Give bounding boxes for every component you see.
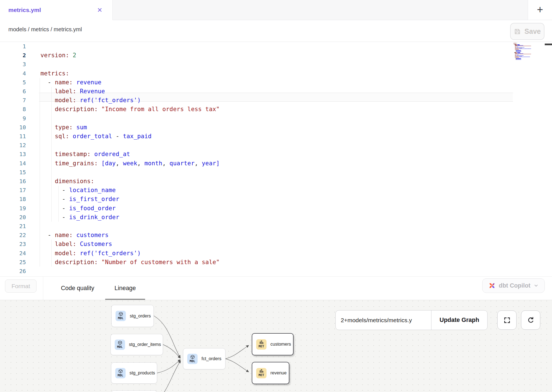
line-number: 10 — [0, 123, 26, 132]
code-text: timestamp: ordered_at — [40, 150, 130, 159]
node-label: customers — [270, 342, 291, 347]
code-row: 3 — [0, 60, 552, 69]
refresh-button[interactable] — [521, 310, 540, 330]
edge-path — [225, 345, 249, 359]
line-number: 25 — [0, 258, 26, 267]
badge-label: MDL — [190, 359, 195, 363]
lineage-selector-input[interactable]: 2+models/metrics/metrics.y — [336, 310, 431, 330]
line-number: 9 — [0, 114, 26, 123]
model-badge: MDL — [116, 311, 126, 321]
lineage-node-stg_order_items[interactable]: MDLstg_order_items — [111, 334, 163, 355]
copilot-label: dbt Copilot — [499, 282, 530, 289]
code-text: - is_drink_order — [40, 213, 119, 222]
code-row: 11 sql: order_total - tax_paid — [0, 132, 552, 141]
dbt-copilot-button[interactable]: dbt Copilot — [482, 278, 545, 293]
line-number: 8 — [0, 105, 26, 114]
code-row: 7 model: ref('fct_orders') — [0, 96, 552, 105]
fullscreen-button[interactable] — [497, 310, 517, 330]
line-number: 23 — [0, 240, 26, 248]
model-badge: MDL — [187, 354, 198, 364]
lineage-canvas[interactable]: MDLstg_ordersMDLstg_order_itemsMDLstg_pr… — [0, 300, 552, 392]
line-number: 3 — [0, 60, 26, 69]
code-row: 18 - is_first_order — [0, 195, 552, 204]
lineage-node-fct_orders[interactable]: MDLfct_orders — [183, 348, 225, 369]
code-row: 26 — [0, 267, 552, 276]
lineage-node-stg_products[interactable]: MDLstg_products — [111, 362, 157, 384]
code-row: 15 — [0, 168, 552, 177]
line-number: 20 — [0, 213, 26, 222]
model-badge: MDL — [115, 368, 126, 378]
code-text: version: 2 — [40, 51, 76, 60]
line-number: 16 — [0, 177, 26, 186]
code-row: 8 description: "Income from all orders l… — [0, 105, 552, 114]
code-row: 17 - location_name — [0, 186, 552, 195]
code-text: - is_first_order — [40, 195, 119, 204]
code-editor[interactable]: 12version: 234metrics:5 - name: revenue6… — [0, 42, 552, 276]
new-tab-button[interactable]: + — [528, 0, 552, 20]
file-header: models / metrics / metrics.yml Save — [0, 20, 552, 42]
node-label: stg_products — [129, 371, 155, 376]
badge-label: MDL — [118, 374, 123, 377]
code-text: sql: order_total - tax_paid — [40, 132, 152, 141]
code-text: - name: revenue — [40, 78, 101, 87]
lineage-node-offscreen_node[interactable] — [111, 390, 157, 392]
code-row: 4metrics: — [0, 69, 552, 78]
tab-title: metrics.yml — [8, 7, 41, 13]
line-number: 17 — [0, 186, 26, 195]
lineage-node-stg_orders[interactable]: MDLstg_orders — [111, 305, 154, 327]
line-number: 15 — [0, 168, 26, 177]
code-row: 25 description: "Number of customers wit… — [0, 258, 552, 267]
code-row: 21 — [0, 222, 552, 231]
tab-metrics-yml[interactable]: metrics.yml ✕ — [0, 0, 113, 20]
plus-icon: + — [537, 4, 543, 15]
code-text: label: Revenue — [40, 87, 105, 96]
line-number: 7 — [0, 96, 26, 105]
code-row: 2version: 2 — [0, 51, 552, 60]
scrollbar-cursor-marker[interactable] — [545, 44, 552, 45]
line-number: 11 — [0, 132, 26, 141]
line-number: 1 — [0, 42, 26, 51]
format-button[interactable]: Format — [5, 279, 37, 293]
node-label: stg_orders — [130, 314, 151, 319]
save-button[interactable]: Save — [510, 23, 544, 40]
edge-path — [225, 359, 249, 372]
chevron-down-icon — [534, 283, 539, 288]
metric-badge: MET — [256, 368, 267, 378]
model-badge: MDL — [115, 340, 125, 350]
line-number: 22 — [0, 231, 26, 240]
metric-badge: MET — [256, 339, 267, 350]
tab-code-quality[interactable]: Code quality — [53, 277, 102, 300]
code-row: 1 — [0, 42, 552, 51]
line-number: 4 — [0, 69, 26, 78]
lineage-node-customers[interactable]: METcustomers — [252, 333, 294, 355]
panel-divider — [43, 277, 43, 300]
code-text: label: Customers — [40, 240, 112, 248]
update-graph-button[interactable]: Update Graph — [431, 310, 487, 330]
edge-path — [157, 360, 180, 373]
dbt-copilot-icon — [488, 282, 496, 289]
code-row: 16 dimensions: — [0, 177, 552, 186]
code-text: time_grains: [day, week, month, quarter,… — [40, 159, 220, 168]
edge-path — [163, 345, 180, 358]
line-number: 5 — [0, 78, 26, 87]
code-row: 23 label: Customers — [0, 240, 552, 248]
badge-label: MET — [259, 373, 264, 377]
code-text: description: "Number of customers with a… — [40, 258, 220, 267]
tab-strip: metrics.yml ✕ + — [0, 0, 552, 20]
close-tab-icon[interactable]: ✕ — [97, 7, 102, 13]
minimap[interactable] — [513, 42, 531, 60]
line-number: 18 — [0, 195, 26, 204]
code-text: model: ref('fct_orders') — [40, 96, 141, 105]
code-row: 14 time_grains: [day, week, month, quart… — [0, 159, 552, 168]
code-row: 12 — [0, 141, 552, 150]
save-label: Save — [524, 27, 541, 35]
code-row: 22 - name: customers — [0, 231, 552, 240]
code-row: 24 model: ref('fct_orders') — [0, 249, 552, 258]
tab-lineage[interactable]: Lineage — [105, 277, 145, 300]
line-number: 19 — [0, 204, 26, 213]
edge-path — [157, 361, 181, 392]
refresh-icon — [527, 316, 535, 324]
bottom-panel-bar: Format Code quality Lineage dbt Copilot — [0, 276, 552, 300]
badge-label: MDL — [117, 345, 123, 349]
lineage-node-revenue[interactable]: METrevenue — [252, 362, 289, 384]
